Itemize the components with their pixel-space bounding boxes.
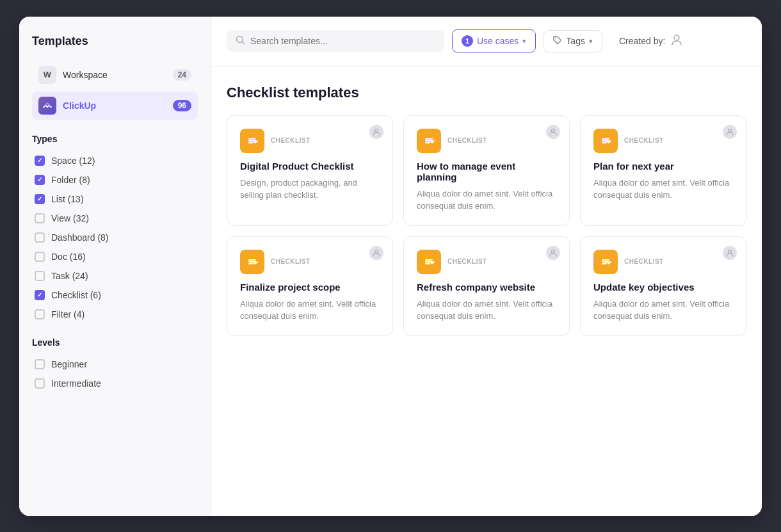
- card-desc-6: Aliqua dolor do amet sint. Velit officia…: [593, 298, 733, 323]
- level-filter-intermediate[interactable]: Intermediate: [32, 375, 198, 392]
- type-filter-space[interactable]: Space (12): [32, 152, 198, 170]
- app-container: Templates W Workspace 24 ClickUp 96 Type: [19, 17, 762, 516]
- checkbox-view[interactable]: [35, 213, 45, 223]
- card-checklist-icon-2: [417, 129, 441, 153]
- template-card-2[interactable]: CHECKLIST How to manage event planning A…: [403, 115, 570, 226]
- card-avatar-3: [723, 125, 737, 139]
- use-cases-chevron-icon: ▾: [522, 37, 526, 45]
- created-by-label: Created by:: [619, 36, 665, 46]
- tags-filter-button[interactable]: Tags ▾: [543, 30, 602, 52]
- svg-point-16: [375, 250, 378, 253]
- template-card-6[interactable]: CHECKLIST Update key objectives Aliqua d…: [580, 236, 746, 336]
- use-cases-badge: 1: [462, 35, 473, 47]
- use-cases-label: Use cases: [477, 36, 519, 46]
- card-checklist-icon-6: [593, 250, 618, 274]
- checkbox-filter[interactable]: [35, 309, 45, 319]
- types-list: Space (12) Folder (8) List (13) View (32…: [32, 152, 198, 323]
- checkbox-level-beginner[interactable]: [35, 359, 45, 369]
- card-checklist-icon-4: [240, 250, 264, 274]
- svg-line-1: [243, 42, 245, 44]
- source-list: W Workspace 24 ClickUp 96: [32, 61, 198, 120]
- sidebar: Templates W Workspace 24 ClickUp 96 Type: [19, 17, 211, 516]
- type-label-task: Task (24): [51, 271, 88, 281]
- card-title-2: How to manage event planning: [417, 161, 556, 182]
- card-type-2: CHECKLIST: [447, 137, 487, 144]
- card-type-5: CHECKLIST: [447, 258, 487, 265]
- checkbox-space[interactable]: [35, 156, 45, 166]
- source-workspace[interactable]: W Workspace 24: [32, 61, 198, 89]
- type-filter-view[interactable]: View (32): [32, 209, 198, 227]
- svg-point-2: [555, 37, 556, 38]
- type-label-list: List (13): [51, 194, 84, 204]
- template-card-5[interactable]: CHECKLIST Refresh company website Aliqua…: [403, 236, 570, 336]
- card-header-5: CHECKLIST: [417, 250, 556, 274]
- card-avatar-5: [546, 246, 560, 260]
- svg-point-8: [552, 129, 555, 132]
- tag-icon: [553, 36, 562, 47]
- card-type-1: CHECKLIST: [271, 137, 310, 144]
- card-avatar-4: [369, 246, 383, 260]
- clickup-icon: [38, 97, 56, 115]
- card-avatar-2: [546, 125, 560, 139]
- card-desc-5: Aliqua dolor do amet sint. Velit officia…: [417, 298, 556, 323]
- levels-list: Beginner Intermediate: [32, 355, 198, 392]
- checkbox-checklist[interactable]: [35, 290, 45, 300]
- checkbox-dashboard[interactable]: [35, 232, 45, 243]
- use-cases-filter-button[interactable]: 1 Use cases ▾: [452, 29, 536, 52]
- checkbox-level-intermediate[interactable]: [35, 378, 45, 389]
- type-filter-list[interactable]: List (13): [32, 190, 198, 208]
- type-label-doc: Doc (16): [51, 252, 86, 262]
- type-filter-task[interactable]: Task (24): [32, 267, 198, 285]
- template-card-3[interactable]: CHECKLIST Plan for next year Aliqua dolo…: [580, 115, 746, 226]
- card-title-4: Finalize project scope: [240, 282, 380, 293]
- level-filter-beginner[interactable]: Beginner: [32, 355, 198, 373]
- card-header-3: CHECKLIST: [593, 129, 733, 153]
- workspace-label: Workspace: [63, 70, 173, 80]
- content-area: Checklist templates CHECKLIST Digital Pr…: [211, 67, 762, 516]
- card-avatar-6: [723, 246, 737, 260]
- card-title-3: Plan for next year: [593, 161, 733, 172]
- types-section-title: Types: [32, 134, 198, 144]
- clickup-badge: 96: [173, 100, 191, 111]
- svg-point-12: [729, 129, 732, 132]
- checkbox-list[interactable]: [35, 194, 45, 204]
- source-clickup[interactable]: ClickUp 96: [32, 92, 198, 120]
- template-card-4[interactable]: CHECKLIST Finalize project scope Aliqua …: [227, 236, 393, 336]
- type-label-view: View (32): [51, 213, 89, 223]
- workspace-icon: W: [38, 66, 56, 84]
- type-filter-doc[interactable]: Doc (16): [32, 248, 198, 266]
- checkbox-folder[interactable]: [35, 175, 45, 185]
- workspace-badge: 24: [173, 69, 191, 81]
- template-card-1[interactable]: CHECKLIST Digital Product Checklist Desi…: [227, 115, 393, 226]
- checkbox-task[interactable]: [35, 271, 45, 281]
- card-header-1: CHECKLIST: [240, 129, 380, 153]
- level-label-intermediate: Intermediate: [51, 378, 101, 389]
- levels-section-title: Levels: [32, 337, 198, 348]
- card-type-4: CHECKLIST: [271, 258, 310, 265]
- created-by-filter[interactable]: Created by:: [610, 28, 692, 54]
- search-icon: [236, 35, 245, 47]
- svg-point-24: [729, 250, 732, 253]
- card-checklist-icon-1: [240, 129, 264, 153]
- card-header-4: CHECKLIST: [240, 250, 380, 274]
- clickup-label: ClickUp: [63, 101, 173, 111]
- checkbox-doc[interactable]: [35, 252, 45, 262]
- type-filter-filter[interactable]: Filter (4): [32, 305, 198, 323]
- tags-chevron-icon: ▾: [589, 37, 593, 45]
- type-filter-folder[interactable]: Folder (8): [32, 171, 198, 189]
- card-checklist-icon-5: [417, 250, 441, 274]
- card-avatar-1: [369, 125, 383, 139]
- type-label-dashboard: Dashboard (8): [51, 232, 109, 243]
- card-desc-2: Aliqua dolor do amet sint. Velit officia…: [417, 188, 556, 213]
- user-avatar-icon: [670, 33, 683, 49]
- search-input[interactable]: [250, 36, 435, 46]
- type-filter-dashboard[interactable]: Dashboard (8): [32, 229, 198, 246]
- toolbar: 1 Use cases ▾ Tags ▾ Created by:: [211, 17, 762, 67]
- sidebar-title: Templates: [32, 35, 198, 48]
- type-filter-checklist[interactable]: Checklist (6): [32, 286, 198, 304]
- type-label-space: Space (12): [51, 156, 95, 166]
- card-desc-4: Aliqua dolor do amet sint. Velit officia…: [240, 298, 380, 323]
- card-title-6: Update key objectives: [593, 282, 733, 293]
- card-desc-1: Design, product packaging, and selling p…: [240, 177, 380, 202]
- search-box[interactable]: [227, 30, 444, 52]
